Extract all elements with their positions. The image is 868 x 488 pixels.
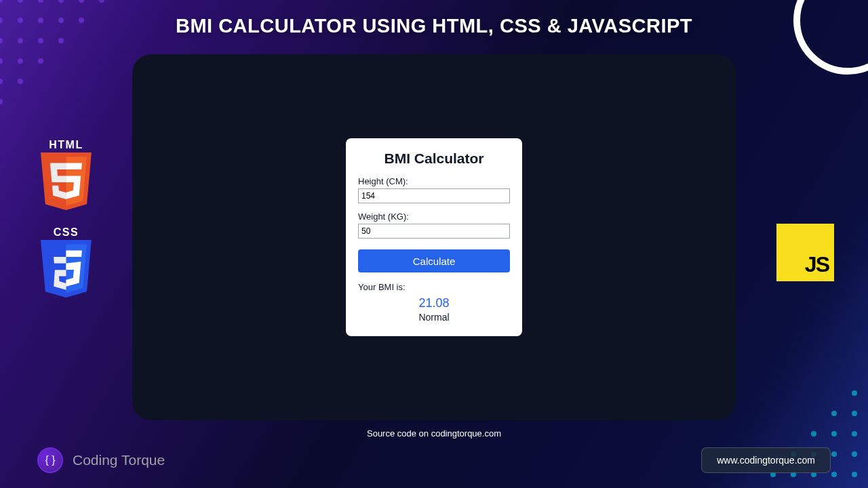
bmi-calculator-card: BMI Calculator Height (CM): Weight (KG):… (346, 138, 522, 336)
html5-label: HTML (37, 139, 95, 151)
svg-point-2 (38, 0, 43, 3)
svg-point-13 (38, 38, 43, 43)
svg-point-9 (58, 18, 64, 23)
weight-label: Weight (KG): (358, 211, 510, 222)
svg-point-41 (852, 472, 857, 477)
svg-point-17 (38, 58, 43, 64)
svg-point-4 (79, 0, 84, 3)
svg-point-25 (831, 411, 837, 416)
svg-point-6 (0, 18, 3, 23)
css3-logo: CSS (37, 226, 95, 300)
javascript-label: JS (805, 252, 829, 277)
svg-point-18 (0, 79, 3, 84)
svg-point-8 (38, 18, 43, 23)
svg-point-19 (18, 79, 23, 84)
source-code-text: Source code on codingtorque.com (0, 428, 868, 439)
svg-point-35 (852, 451, 857, 457)
html5-shield-icon (37, 152, 95, 210)
svg-point-15 (0, 58, 3, 64)
svg-point-34 (831, 451, 837, 457)
weight-input[interactable] (358, 224, 510, 239)
brand-row: { } Coding Torque (37, 447, 165, 473)
svg-point-11 (0, 38, 3, 43)
brand-logo-icon: { } (37, 447, 63, 473)
bmi-result-status: Normal (358, 312, 510, 323)
dots-decoration-top-left (0, 0, 142, 142)
javascript-logo: JS (776, 224, 834, 281)
svg-point-7 (18, 18, 23, 23)
bmi-result-value: 21.08 (358, 296, 510, 310)
svg-point-20 (0, 99, 3, 104)
svg-point-0 (0, 0, 3, 3)
svg-point-1 (18, 0, 23, 3)
svg-point-26 (852, 411, 857, 416)
svg-point-21 (797, 0, 868, 71)
ring-decoration-top-right (780, 0, 868, 88)
calculate-button[interactable]: Calculate (358, 249, 510, 272)
svg-point-12 (18, 38, 23, 43)
brand-name: Coding Torque (73, 452, 165, 468)
svg-point-40 (831, 472, 837, 477)
website-url-pill[interactable]: www.codingtorque.com (701, 447, 831, 473)
svg-point-5 (99, 0, 104, 3)
css3-shield-icon (37, 240, 95, 298)
css3-label: CSS (37, 226, 95, 239)
tech-logos-left: HTML CSS (37, 139, 95, 300)
html5-logo: HTML (37, 139, 95, 213)
result-label: Your BMI is: (358, 282, 510, 292)
calculator-heading: BMI Calculator (358, 150, 510, 167)
svg-point-23 (852, 390, 857, 396)
svg-point-16 (18, 58, 23, 64)
svg-point-10 (79, 18, 84, 23)
svg-point-14 (58, 38, 64, 43)
height-input[interactable] (358, 188, 510, 203)
svg-point-3 (58, 0, 64, 3)
demo-panel: BMI Calculator Height (CM): Weight (KG):… (132, 54, 736, 420)
height-label: Height (CM): (358, 176, 510, 186)
